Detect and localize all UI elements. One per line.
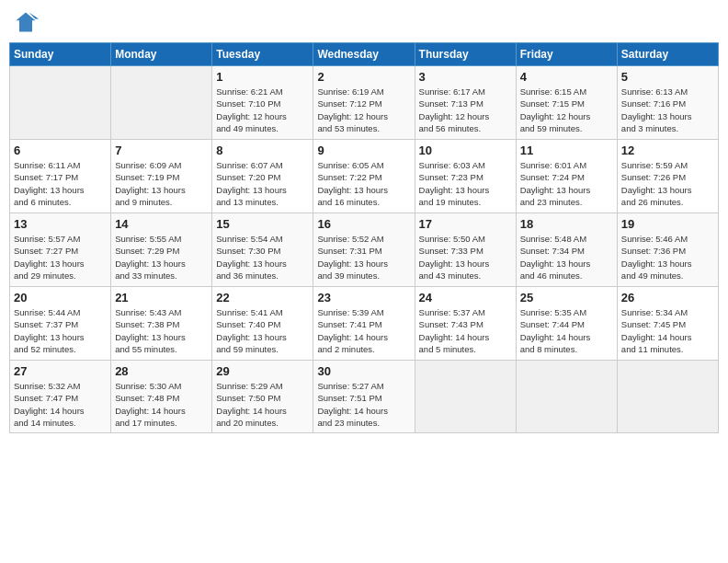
- calendar-cell: 2Sunrise: 6:19 AM Sunset: 7:12 PM Daylig…: [313, 66, 415, 140]
- day-info: Sunrise: 5:50 AM Sunset: 7:33 PM Dayligh…: [419, 233, 512, 282]
- day-info: Sunrise: 5:27 AM Sunset: 7:51 PM Dayligh…: [317, 380, 410, 429]
- day-number: 16: [317, 217, 410, 231]
- calendar-cell: 12Sunrise: 5:59 AM Sunset: 7:26 PM Dayli…: [617, 140, 718, 213]
- day-info: Sunrise: 6:17 AM Sunset: 7:13 PM Dayligh…: [419, 86, 512, 134]
- calendar-cell: 30Sunrise: 5:27 AM Sunset: 7:51 PM Dayli…: [313, 361, 415, 433]
- header-saturday: Saturday: [617, 43, 718, 66]
- day-info: Sunrise: 5:55 AM Sunset: 7:29 PM Dayligh…: [115, 233, 208, 282]
- calendar-cell: 27Sunrise: 5:32 AM Sunset: 7:47 PM Dayli…: [10, 361, 111, 433]
- day-info: Sunrise: 5:52 AM Sunset: 7:31 PM Dayligh…: [317, 233, 410, 282]
- calendar-week-row: 13Sunrise: 5:57 AM Sunset: 7:27 PM Dayli…: [10, 213, 719, 287]
- day-number: 7: [115, 144, 208, 157]
- calendar-cell: [111, 66, 212, 140]
- calendar-cell: 28Sunrise: 5:30 AM Sunset: 7:48 PM Dayli…: [111, 361, 212, 433]
- day-info: Sunrise: 5:44 AM Sunset: 7:37 PM Dayligh…: [14, 306, 107, 355]
- header-wednesday: Wednesday: [313, 43, 415, 66]
- day-number: 13: [14, 217, 107, 231]
- header-tuesday: Tuesday: [212, 43, 313, 66]
- day-number: 26: [621, 291, 714, 304]
- calendar-cell: 14Sunrise: 5:55 AM Sunset: 7:29 PM Dayli…: [111, 213, 212, 287]
- day-number: 24: [419, 291, 512, 304]
- day-info: Sunrise: 5:35 AM Sunset: 7:44 PM Dayligh…: [520, 306, 613, 355]
- calendar-cell: [10, 66, 111, 140]
- day-info: Sunrise: 5:37 AM Sunset: 7:43 PM Dayligh…: [419, 306, 512, 355]
- day-info: Sunrise: 5:46 AM Sunset: 7:36 PM Dayligh…: [621, 233, 714, 282]
- calendar-cell: 11Sunrise: 6:01 AM Sunset: 7:24 PM Dayli…: [516, 140, 617, 213]
- calendar-cell: 26Sunrise: 5:34 AM Sunset: 7:45 PM Dayli…: [617, 287, 718, 361]
- day-number: 9: [317, 144, 410, 157]
- day-number: 23: [317, 291, 410, 304]
- day-number: 22: [216, 291, 309, 304]
- day-number: 20: [14, 291, 107, 304]
- day-info: Sunrise: 6:19 AM Sunset: 7:12 PM Dayligh…: [317, 86, 410, 134]
- day-info: Sunrise: 5:30 AM Sunset: 7:48 PM Dayligh…: [115, 380, 208, 429]
- day-info: Sunrise: 5:57 AM Sunset: 7:27 PM Dayligh…: [14, 233, 107, 282]
- day-number: 21: [115, 291, 208, 304]
- day-number: 1: [216, 70, 309, 84]
- calendar-week-row: 6Sunrise: 6:11 AM Sunset: 7:17 PM Daylig…: [10, 140, 719, 213]
- calendar-header-row: SundayMondayTuesdayWednesdayThursdayFrid…: [10, 43, 719, 66]
- calendar-cell: 6Sunrise: 6:11 AM Sunset: 7:17 PM Daylig…: [10, 140, 111, 213]
- calendar-cell: 15Sunrise: 5:54 AM Sunset: 7:30 PM Dayli…: [212, 213, 313, 287]
- day-info: Sunrise: 5:54 AM Sunset: 7:30 PM Dayligh…: [216, 233, 309, 282]
- calendar-cell: 29Sunrise: 5:29 AM Sunset: 7:50 PM Dayli…: [212, 361, 313, 433]
- day-number: 2: [317, 70, 410, 84]
- day-number: 12: [621, 144, 714, 157]
- day-number: 18: [520, 217, 613, 231]
- calendar-cell: 8Sunrise: 6:07 AM Sunset: 7:20 PM Daylig…: [212, 140, 313, 213]
- day-info: Sunrise: 6:05 AM Sunset: 7:22 PM Dayligh…: [317, 159, 410, 208]
- day-number: 14: [115, 217, 208, 231]
- day-info: Sunrise: 5:32 AM Sunset: 7:47 PM Dayligh…: [14, 380, 107, 429]
- calendar-cell: 4Sunrise: 6:15 AM Sunset: 7:15 PM Daylig…: [516, 66, 617, 140]
- calendar-cell: 18Sunrise: 5:48 AM Sunset: 7:34 PM Dayli…: [516, 213, 617, 287]
- day-number: 5: [621, 70, 714, 84]
- calendar-cell: 7Sunrise: 6:09 AM Sunset: 7:19 PM Daylig…: [111, 140, 212, 213]
- calendar-cell: 24Sunrise: 5:37 AM Sunset: 7:43 PM Dayli…: [415, 287, 516, 361]
- day-number: 19: [621, 217, 714, 231]
- calendar-cell: 25Sunrise: 5:35 AM Sunset: 7:44 PM Dayli…: [516, 287, 617, 361]
- calendar-cell: 3Sunrise: 6:17 AM Sunset: 7:13 PM Daylig…: [415, 66, 516, 140]
- day-info: Sunrise: 5:39 AM Sunset: 7:41 PM Dayligh…: [317, 306, 410, 355]
- day-info: Sunrise: 6:03 AM Sunset: 7:23 PM Dayligh…: [419, 159, 512, 208]
- day-number: 8: [216, 144, 309, 157]
- day-info: Sunrise: 5:48 AM Sunset: 7:34 PM Dayligh…: [520, 233, 613, 282]
- day-info: Sunrise: 5:34 AM Sunset: 7:45 PM Dayligh…: [621, 306, 714, 355]
- calendar-cell: 10Sunrise: 6:03 AM Sunset: 7:23 PM Dayli…: [415, 140, 516, 213]
- calendar-cell: 13Sunrise: 5:57 AM Sunset: 7:27 PM Dayli…: [10, 213, 111, 287]
- calendar-cell: 20Sunrise: 5:44 AM Sunset: 7:37 PM Dayli…: [10, 287, 111, 361]
- day-number: 17: [419, 217, 512, 231]
- calendar-cell: 19Sunrise: 5:46 AM Sunset: 7:36 PM Dayli…: [617, 213, 718, 287]
- day-info: Sunrise: 6:15 AM Sunset: 7:15 PM Dayligh…: [520, 86, 613, 134]
- day-number: 30: [317, 364, 410, 378]
- day-number: 29: [216, 364, 309, 378]
- calendar-cell: [617, 361, 718, 433]
- day-number: 11: [520, 144, 613, 157]
- calendar-cell: 21Sunrise: 5:43 AM Sunset: 7:38 PM Dayli…: [111, 287, 212, 361]
- day-number: 27: [14, 364, 107, 378]
- calendar-cell: 23Sunrise: 5:39 AM Sunset: 7:41 PM Dayli…: [313, 287, 415, 361]
- calendar-week-row: 27Sunrise: 5:32 AM Sunset: 7:47 PM Dayli…: [10, 361, 719, 433]
- calendar-week-row: 1Sunrise: 6:21 AM Sunset: 7:10 PM Daylig…: [10, 66, 719, 140]
- calendar-cell: 9Sunrise: 6:05 AM Sunset: 7:22 PM Daylig…: [313, 140, 415, 213]
- day-info: Sunrise: 6:11 AM Sunset: 7:17 PM Dayligh…: [14, 159, 107, 208]
- logo: [13, 9, 40, 35]
- day-number: 4: [520, 70, 613, 84]
- day-info: Sunrise: 6:07 AM Sunset: 7:20 PM Dayligh…: [216, 159, 309, 208]
- day-info: Sunrise: 6:21 AM Sunset: 7:10 PM Dayligh…: [216, 86, 309, 134]
- day-number: 25: [520, 291, 613, 304]
- day-number: 15: [216, 217, 309, 231]
- day-info: Sunrise: 6:09 AM Sunset: 7:19 PM Dayligh…: [115, 159, 208, 208]
- day-number: 3: [419, 70, 512, 84]
- calendar-table: SundayMondayTuesdayWednesdayThursdayFrid…: [9, 42, 719, 433]
- day-info: Sunrise: 5:59 AM Sunset: 7:26 PM Dayligh…: [621, 159, 714, 208]
- day-info: Sunrise: 5:29 AM Sunset: 7:50 PM Dayligh…: [216, 380, 309, 429]
- header-sunday: Sunday: [10, 43, 111, 66]
- day-number: 6: [14, 144, 107, 157]
- calendar-cell: 16Sunrise: 5:52 AM Sunset: 7:31 PM Dayli…: [313, 213, 415, 287]
- calendar-week-row: 20Sunrise: 5:44 AM Sunset: 7:37 PM Dayli…: [10, 287, 719, 361]
- header-friday: Friday: [516, 43, 617, 66]
- day-number: 10: [419, 144, 512, 157]
- calendar-cell: 5Sunrise: 6:13 AM Sunset: 7:16 PM Daylig…: [617, 66, 718, 140]
- calendar-cell: 17Sunrise: 5:50 AM Sunset: 7:33 PM Dayli…: [415, 213, 516, 287]
- calendar-cell: 1Sunrise: 6:21 AM Sunset: 7:10 PM Daylig…: [212, 66, 313, 140]
